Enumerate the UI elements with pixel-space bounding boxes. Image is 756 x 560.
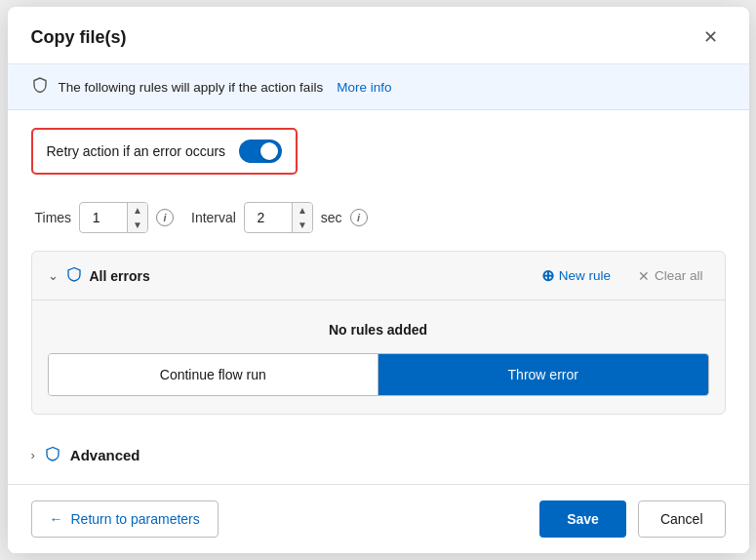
- return-to-parameters-button[interactable]: ← Return to parameters: [31, 500, 219, 538]
- interval-input[interactable]: [245, 205, 292, 230]
- return-label: Return to parameters: [71, 511, 200, 527]
- new-rule-button[interactable]: ⊕ New rule: [536, 263, 617, 288]
- interval-input-wrap: ▲ ▼: [244, 202, 313, 233]
- interval-up-button[interactable]: ▲: [293, 203, 312, 218]
- interval-info-icon: i: [350, 209, 368, 226]
- retry-section: Retry action if an error occurs Times: [8, 110, 749, 233]
- interval-group: Interval ▲ ▼ sec i: [191, 202, 368, 233]
- times-spinners: ▲ ▼: [127, 203, 147, 232]
- throw-error-button[interactable]: Throw error: [378, 354, 708, 395]
- plus-icon: ⊕: [541, 266, 554, 285]
- copy-files-dialog: Copy file(s) ✕ The following rules will …: [8, 7, 749, 553]
- errors-title: All errors: [90, 268, 150, 284]
- more-info-link[interactable]: More info: [337, 80, 391, 95]
- times-info-icon: i: [156, 209, 174, 226]
- no-rules-area: No rules added Continue flow run Throw e…: [32, 300, 725, 414]
- advanced-row[interactable]: › Advanced: [31, 446, 726, 464]
- retry-toggle[interactable]: [239, 140, 282, 163]
- cancel-button[interactable]: Cancel: [638, 500, 726, 538]
- retry-label: Retry action if an error occurs: [47, 143, 226, 159]
- x-icon: ✕: [638, 268, 650, 284]
- times-interval-row: Times ▲ ▼ i Interval: [31, 202, 726, 233]
- chevron-down-icon[interactable]: ⌄: [48, 268, 59, 283]
- info-banner: The following rules will apply if the ac…: [8, 64, 749, 110]
- action-buttons-row: Continue flow run Throw error: [48, 353, 709, 396]
- shield-icon: [31, 76, 49, 98]
- interval-down-button[interactable]: ▼: [293, 218, 312, 232]
- toggle-thumb: [260, 142, 278, 160]
- interval-label: Interval: [191, 210, 236, 225]
- continue-flow-button[interactable]: Continue flow run: [49, 354, 379, 395]
- times-up-button[interactable]: ▲: [128, 203, 147, 218]
- interval-spinners: ▲ ▼: [292, 203, 312, 232]
- footer-right: Save Cancel: [539, 500, 725, 538]
- clear-all-label: Clear all: [655, 268, 703, 283]
- times-label: Times: [35, 210, 72, 225]
- close-button[interactable]: ✕: [696, 24, 726, 50]
- shield-advanced-icon: [45, 446, 60, 464]
- info-banner-text: The following rules will apply if the ac…: [59, 80, 324, 95]
- shield-errors-icon: [66, 266, 82, 285]
- times-input[interactable]: [80, 205, 127, 230]
- dialog-header: Copy file(s) ✕: [8, 7, 749, 64]
- errors-header-left: ⌄ All errors: [48, 266, 150, 285]
- dialog-body: The following rules will apply if the ac…: [8, 64, 749, 484]
- retry-row-wrapper: Retry action if an error occurs: [31, 128, 726, 188]
- advanced-label: Advanced: [70, 447, 140, 463]
- times-down-button[interactable]: ▼: [128, 218, 147, 232]
- dialog-footer: ← Return to parameters Save Cancel: [8, 484, 749, 553]
- times-input-wrap: ▲ ▼: [79, 202, 148, 233]
- chevron-right-icon: ›: [31, 448, 35, 462]
- clear-all-button[interactable]: ✕ Clear all: [632, 265, 709, 287]
- times-group: Times ▲ ▼ i: [35, 202, 175, 233]
- errors-section: ⌄ All errors ⊕ New rule ✕ Cl: [31, 251, 726, 415]
- sec-label: sec: [321, 210, 342, 225]
- errors-header-right: ⊕ New rule ✕ Clear all: [536, 263, 709, 288]
- save-button[interactable]: Save: [539, 500, 626, 538]
- advanced-section: › Advanced: [8, 432, 749, 482]
- no-rules-text: No rules added: [48, 322, 709, 338]
- errors-header: ⌄ All errors ⊕ New rule ✕ Cl: [32, 252, 725, 300]
- arrow-left-icon: ←: [50, 511, 63, 527]
- dialog-title: Copy file(s): [31, 27, 127, 48]
- retry-row: Retry action if an error occurs: [31, 128, 298, 175]
- new-rule-label: New rule: [559, 268, 611, 283]
